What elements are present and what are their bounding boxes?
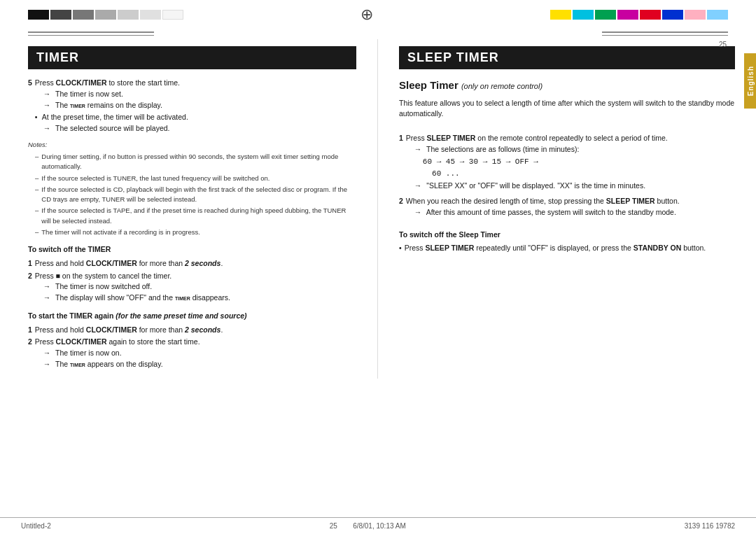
switch-off-sleep-bullet-icon: • [399,243,402,254]
note-2-text: If the source selected is TUNER, the las… [41,174,270,183]
crosshair-icon: ⊕ [360,6,373,24]
switch-off-arrow2: → The display will show "OFF" and the ti… [43,293,356,304]
note-1: – During timer setting, if no button is … [28,152,356,172]
start-again-step-2: 2 Press CLOCK/TIMER again to store the s… [28,337,356,370]
bar-lightgray1 [95,10,116,20]
start-again-step-2-content: Press CLOCK/TIMER again to store the sta… [35,337,356,370]
start-again-step-1-num: 1 [28,325,32,336]
note-5-text: The timer will not activate if a recordi… [41,227,200,237]
bar-magenta [617,10,638,20]
bar-darkgray1 [50,10,71,20]
switch-off-step-2-content: Press ■ on the system to cancel the time… [35,271,356,304]
footer-right: 3139 116 19782 [685,522,735,530]
sleep-timer-content: Sleep Timer (only on remote control) Thi… [399,78,735,254]
switch-off-arrow1: → The timer is now switched off. [43,281,356,293]
dline-top-left [28,31,154,33]
switch-off-step-1: 1 Press and hold CLOCK/TIMER for more th… [28,258,356,269]
note-dash-2: – [35,174,38,183]
sleep-step-1: 1 Press SLEEP TIMER on the remote contro… [399,133,735,192]
step-5-num: 5 [28,78,32,134]
sleep-step-1-num: 1 [399,133,403,192]
sleep-step-2-arrow: → After this amount of time passes, the … [414,207,735,218]
switch-off-sleep-text: Press SLEEP TIMER repeatedly until "OFF"… [405,243,706,254]
note-dash-3: – [35,185,38,205]
note-dash-5: – [35,227,38,237]
left-color-bars [28,10,183,20]
bar-red [640,10,661,20]
sleep-step-1-arrow1: → The selections are as follows (time in… [414,144,735,155]
start-again-step-1: 1 Press and hold CLOCK/TIMER for more th… [28,325,356,336]
sleep-step-1-arrow2: → "SLEEP XX" or "OFF" will be displayed.… [414,181,735,192]
switch-off-step-2: 2 Press ■ on the system to cancel the ti… [28,271,356,304]
sleep-timer-heading: Sleep Timer (only on remote control) [399,78,735,94]
note-4-text: If the source selected is TAPE, and if t… [41,206,356,226]
note-5: – The timer will not activate if a recor… [28,227,356,237]
footer-center: 25 6/8/01, 10:13 AM [330,522,406,530]
note-1-text: During timer setting, if no button is pr… [41,152,356,172]
start-again-section: To start the TIMER again (for the same p… [28,311,356,370]
bar-green [595,10,616,20]
step-5: 5 Press CLOCK/TIMER to store the start t… [28,78,356,134]
sleep-step-1-content: Press SLEEP TIMER on the remote control … [406,133,735,192]
sleep-timer-heading-italic: (only on remote control) [461,82,542,90]
center-crosshair-area: ⊕ [183,6,550,24]
sleep-timer-intro: This feature allows you to select a leng… [399,98,735,120]
start-again-arrow1: → The timer is now on. [43,348,356,359]
switch-off-section: To switch off the TIMER 1 Press and hold… [28,244,356,304]
note-4: – If the source selected is TAPE, and if… [28,206,356,226]
start-again-step-1-content: Press and hold CLOCK/TIMER for more than… [35,325,356,336]
note-3-text: If the source selected is CD, playback w… [41,185,356,205]
note-3: – If the source selected is CD, playback… [28,185,356,205]
timer-title: TIMER [28,46,356,69]
sleep-timer-section: English SLEEP TIMER Sleep Timer (only on… [378,39,756,379]
step-5-arrow3: → The selected source will be played. [43,123,356,134]
start-again-step-2-num: 2 [28,337,32,370]
switch-off-sleep-title: To switch off the Sleep Timer [399,230,735,241]
notes-title: Notes: [28,140,356,150]
sleep-sequence: 60 → 45 → 30 → 15 → OFF → 60 ... [423,156,735,179]
start-again-arrow2: → The timer appears on the display. [43,359,356,370]
english-tab: English [744,53,756,108]
note-dash-4: – [35,206,38,226]
notes-section: Notes: – During timer setting, if no but… [28,140,356,237]
footer-page-num: 25 [330,522,337,530]
deco-lines [0,29,756,38]
deco-left [28,31,154,36]
switch-off-sleep-bullet-row: • Press SLEEP TIMER repeatedly until "OF… [399,243,735,254]
switch-off-step-1-num: 1 [28,258,32,269]
page-number-top: 25 [719,41,727,48]
bar-pink [685,10,706,20]
top-bar: ⊕ [0,0,756,29]
step-5-content: Press CLOCK/TIMER to store the start tim… [35,78,356,134]
switch-off-title: To switch off the TIMER [28,244,356,255]
switch-off-step-2-num: 2 [28,271,32,304]
sleep-timer-title: SLEEP TIMER [399,46,735,69]
bar-blue [662,10,683,20]
right-color-bars [550,10,728,20]
timer-section: TIMER 5 Press CLOCK/TIMER to store the s… [0,39,378,379]
bar-lightblue [707,10,728,20]
step-5-arrow2: → The timer remains on the display. [43,100,356,111]
switch-off-sleep-section: To switch off the Sleep Timer • Press SL… [399,230,735,255]
sleep-step-2: 2 When you reach the desired length of t… [399,196,735,218]
footer-left: Untitled-2 [21,522,51,530]
bar-black [28,10,49,20]
sleep-step-2-num: 2 [399,196,403,218]
start-again-title: To start the TIMER again (for the same p… [28,311,356,322]
columns-wrapper: TIMER 5 Press CLOCK/TIMER to store the s… [0,39,756,379]
sleep-timer-heading-text: Sleep Timer [399,79,461,91]
bar-lightgray3 [140,10,161,20]
dline-bottom-left [28,35,154,36]
dline-top-right [602,31,728,33]
dline-bottom-right [602,35,728,36]
step-5-arrow1: → The timer is now set. [43,89,356,100]
bar-cyan [573,10,594,20]
bar-white [162,10,183,20]
switch-off-step-1-content: Press and hold CLOCK/TIMER for more than… [35,258,356,269]
bar-lightgray2 [118,10,139,20]
timer-content: 5 Press CLOCK/TIMER to store the start t… [28,78,356,370]
step-5-bullet: • At the preset time, the timer will be … [35,112,356,123]
deco-right [602,31,728,36]
bar-darkgray2 [73,10,94,20]
note-2: – If the source selected is TUNER, the l… [28,174,356,183]
